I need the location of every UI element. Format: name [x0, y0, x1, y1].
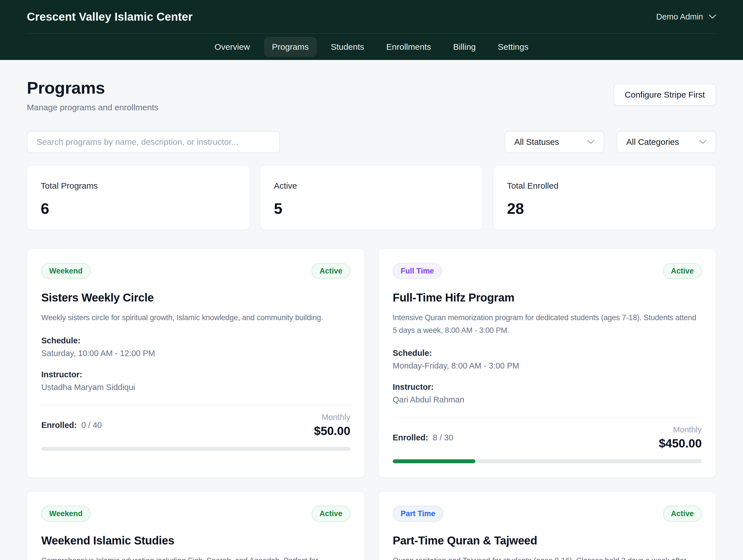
- enrolled-info: Enrolled: 0 / 40: [41, 421, 102, 430]
- page-head-text: Programs Manage programs and enrollments: [27, 78, 158, 112]
- filters-row: All Statuses All Categories: [27, 131, 716, 153]
- schedule-value: Monday-Friday, 8:00 AM - 3:00 PM: [393, 361, 702, 371]
- status-filter-select[interactable]: All Statuses: [505, 131, 604, 153]
- schedule-label: Schedule:: [393, 348, 702, 358]
- schedule-label: Schedule:: [41, 336, 350, 345]
- instructor-value: Ustadha Maryam Siddiqui: [41, 383, 350, 392]
- badge-row: Weekend Active: [41, 506, 350, 521]
- billing-period: Monthly: [659, 425, 702, 434]
- enrolled-value: 8 / 30: [433, 433, 453, 442]
- price: $50.00: [314, 424, 350, 438]
- instructor-label: Instructor:: [393, 382, 702, 392]
- page-title: Programs: [27, 78, 158, 97]
- status-badge: Active: [663, 506, 702, 521]
- nav-tab-enrollments[interactable]: Enrollments: [378, 37, 439, 57]
- header-top-row: Crescent Valley Islamic Center Demo Admi…: [27, 0, 716, 33]
- enrollment-progress-bar: [393, 459, 702, 463]
- badge-row: Full Time Active: [393, 263, 702, 279]
- stat-value: 6: [41, 200, 236, 217]
- enrollment-progress-fill: [393, 459, 475, 463]
- category-badge: Part Time: [393, 506, 443, 521]
- enrollment-progress-bar: [41, 447, 350, 451]
- status-badge: Active: [312, 506, 350, 521]
- program-title: Part-Time Quran & Tajweed: [393, 534, 702, 547]
- chevron-down-icon: [587, 140, 595, 144]
- programs-grid: Weekend Active Sisters Weekly Circle Wee…: [27, 249, 716, 560]
- status-badge: Active: [312, 263, 350, 279]
- program-description: Weekly sisters circle for spiritual grow…: [41, 311, 350, 324]
- nav-tab-students[interactable]: Students: [323, 37, 372, 57]
- stat-label: Active: [274, 181, 469, 190]
- instructor-value: Qari Abdul Rahman: [393, 395, 702, 404]
- app-header: Crescent Valley Islamic Center Demo Admi…: [0, 0, 743, 60]
- badge-row: Part Time Active: [393, 506, 702, 521]
- nav-tab-programs[interactable]: Programs: [264, 37, 317, 57]
- stat-label: Total Enrolled: [507, 181, 702, 190]
- enrolled-value: 0 / 40: [81, 421, 102, 430]
- price: $450.00: [659, 437, 702, 450]
- user-menu-label: Demo Admin: [656, 12, 703, 21]
- card-footer: Enrolled: 0 / 40 Monthly $50.00: [41, 413, 350, 438]
- stat-card-active: Active 5: [260, 166, 483, 230]
- enrolled-label: Enrolled:: [41, 421, 77, 430]
- program-card: Full Time Active Full-Time Hifz Program …: [378, 249, 716, 478]
- filter-dropdowns: All Statuses All Categories: [505, 131, 716, 153]
- program-card: Part Time Active Part-Time Quran & Tajwe…: [378, 491, 716, 560]
- page-head: Programs Manage programs and enrollments…: [27, 78, 716, 112]
- main-nav: Overview Programs Students Enrollments B…: [27, 34, 716, 60]
- configure-stripe-button[interactable]: Configure Stripe First: [613, 84, 716, 106]
- badge-row: Weekend Active: [41, 263, 350, 279]
- billing-info: Monthly $50.00: [314, 413, 350, 438]
- stat-value: 5: [274, 200, 469, 217]
- program-description: Comprehensive Islamic education includin…: [41, 554, 350, 560]
- program-description: Quran recitation and Tajweed for student…: [393, 554, 702, 560]
- program-card: Weekend Active Weekend Islamic Studies C…: [27, 491, 365, 560]
- app-title: Crescent Valley Islamic Center: [27, 10, 192, 23]
- billing-period: Monthly: [314, 413, 350, 422]
- search-input[interactable]: [27, 131, 280, 153]
- instructor-label: Instructor:: [41, 370, 350, 379]
- enrolled-label: Enrolled:: [393, 433, 428, 442]
- category-filter-value: All Categories: [626, 137, 679, 147]
- user-menu[interactable]: Demo Admin: [656, 12, 716, 21]
- program-title: Sisters Weekly Circle: [41, 291, 350, 304]
- nav-tab-billing[interactable]: Billing: [445, 37, 484, 57]
- program-title: Weekend Islamic Studies: [41, 534, 350, 547]
- billing-info: Monthly $450.00: [659, 425, 702, 450]
- chevron-down-icon: [709, 14, 716, 19]
- status-badge: Active: [663, 263, 702, 279]
- category-badge: Full Time: [393, 263, 442, 279]
- stat-label: Total Programs: [41, 181, 236, 190]
- chevron-down-icon: [699, 140, 706, 144]
- program-card: Weekend Active Sisters Weekly Circle Wee…: [27, 249, 365, 478]
- main-content: Programs Manage programs and enrollments…: [0, 78, 743, 560]
- stat-card-total-enrolled: Total Enrolled 28: [493, 166, 716, 230]
- card-divider: [393, 418, 702, 418]
- stats-row: Total Programs 6 Active 5 Total Enrolled…: [27, 166, 716, 230]
- enrolled-info: Enrolled: 8 / 30: [393, 433, 453, 442]
- nav-tab-overview[interactable]: Overview: [207, 37, 258, 57]
- category-filter-select[interactable]: All Categories: [617, 131, 716, 153]
- card-footer: Enrolled: 8 / 30 Monthly $450.00: [393, 425, 702, 450]
- nav-tab-settings[interactable]: Settings: [490, 37, 536, 57]
- schedule-value: Saturday, 10:00 AM - 12:00 PM: [41, 349, 350, 358]
- category-badge: Weekend: [41, 506, 90, 521]
- stat-value: 28: [507, 200, 702, 217]
- status-filter-value: All Statuses: [514, 137, 559, 147]
- program-description: Intensive Quran memorization program for…: [393, 311, 702, 337]
- page-subtitle: Manage programs and enrollments: [27, 103, 158, 112]
- program-title: Full-Time Hifz Program: [393, 291, 702, 304]
- category-badge: Weekend: [41, 263, 90, 279]
- stat-card-total-programs: Total Programs 6: [27, 166, 250, 230]
